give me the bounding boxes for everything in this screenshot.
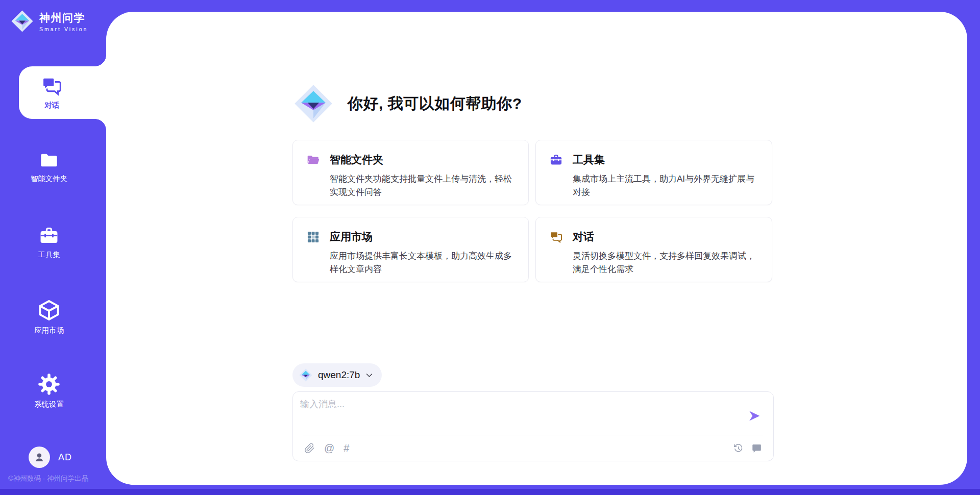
feature-card-app-market[interactable]: 应用市场 应用市场提供丰富长文本模板，助力高效生成多样化文章内容: [292, 217, 529, 282]
card-description: 集成市场上主流工具，助力AI与外界无缝扩展与对接: [573, 172, 758, 199]
greeting-row: 你好, 我可以如何帮助你?: [292, 83, 522, 125]
user-profile[interactable]: AD: [29, 447, 72, 468]
sidebar-item-label: 工具集: [38, 250, 60, 260]
folder-open-icon: [306, 153, 320, 167]
sidebar-item-chat[interactable]: 对话: [19, 66, 106, 119]
card-title: 对话: [573, 230, 594, 244]
card-title: 智能文件夹: [330, 153, 383, 167]
model-selector[interactable]: qwen2:7b: [292, 363, 382, 387]
chat-icon: [549, 230, 563, 244]
card-description: 应用市场提供丰富长文本模板，助力高效生成多样化文章内容: [330, 250, 515, 276]
card-description: 灵活切换多模型文件，支持多样回复效果调试，满足个性化需求: [573, 250, 758, 276]
app-subtitle: Smart Vision: [39, 26, 88, 32]
folder-icon: [39, 150, 59, 170]
chat-square-icon[interactable]: [751, 443, 762, 454]
diamond-logo-icon: [10, 9, 34, 33]
composer-tools-right: [733, 443, 762, 454]
composer-divider: [303, 435, 763, 435]
sidebar-item-smart-folder[interactable]: 智能文件夹: [0, 150, 106, 184]
card-description: 智能文件夹功能支持批量文件上传与清洗，轻松实现文件问答: [330, 172, 515, 199]
card-title: 应用市场: [330, 230, 373, 244]
sidebar-item-app-market[interactable]: 应用市场: [0, 299, 106, 335]
card-title: 工具集: [573, 153, 605, 167]
feature-card-chat[interactable]: 对话 灵活切换多模型文件，支持多样回复效果调试，满足个性化需求: [535, 217, 772, 282]
sidebar-item-label: 系统设置: [34, 400, 64, 409]
feature-card-smart-folder[interactable]: 智能文件夹 智能文件夹功能支持批量文件上传与清洗，轻松实现文件问答: [292, 140, 529, 205]
chevron-down-icon: [365, 371, 374, 380]
bottom-edge-strip: [0, 489, 980, 495]
toolbox-icon: [38, 225, 60, 246]
diamond-logo-icon: [299, 368, 313, 382]
feature-card-toolset[interactable]: 工具集 集成市场上主流工具，助力AI与外界无缝扩展与对接: [535, 140, 772, 205]
grid-icon: [306, 230, 320, 244]
copyright-footer: ©神州数码 · 神州问学出品: [8, 474, 88, 483]
app-title: 神州问学: [39, 11, 88, 25]
sidebar-item-label: 对话: [44, 101, 59, 110]
sidebar-item-toolset[interactable]: 工具集: [0, 225, 106, 260]
feature-cards-grid: 智能文件夹 智能文件夹功能支持批量文件上传与清洗，轻松实现文件问答 工具集 集成…: [292, 140, 772, 282]
sidebar-item-label: 智能文件夹: [31, 174, 68, 184]
send-icon: [748, 409, 761, 423]
main-content-panel: 你好, 我可以如何帮助你? 智能文件夹 智能文件夹功能支持批量文件上传与清洗，轻…: [106, 12, 967, 485]
cube-icon: [37, 299, 61, 322]
sidebar: 神州问学 Smart Vision 对话 智能文件夹 工具集 应用市场 系统设置…: [0, 0, 106, 495]
sidebar-item-label: 应用市场: [34, 326, 64, 335]
model-name: qwen2:7b: [318, 369, 360, 381]
greeting-heading: 你好, 我可以如何帮助你?: [348, 93, 522, 114]
message-composer: @ #: [292, 391, 774, 461]
send-button[interactable]: [748, 409, 761, 423]
sidebar-item-settings[interactable]: 系统设置: [0, 373, 106, 409]
at-icon[interactable]: @: [324, 443, 334, 454]
chat-icon: [41, 75, 63, 97]
app-logo: 神州问学 Smart Vision: [10, 9, 88, 33]
user-name: AD: [58, 452, 72, 463]
message-input[interactable]: [300, 398, 729, 429]
hash-icon[interactable]: #: [344, 443, 349, 454]
avatar: [29, 447, 50, 468]
gear-icon: [37, 373, 61, 396]
history-icon[interactable]: [733, 443, 744, 454]
content-column: 你好, 我可以如何帮助你? 智能文件夹 智能文件夹功能支持批量文件上传与清洗，轻…: [292, 12, 774, 485]
brand-diamond-icon: [292, 83, 334, 125]
user-icon: [33, 451, 45, 463]
composer-tools-left: @ #: [304, 443, 349, 454]
paperclip-icon[interactable]: [304, 443, 315, 454]
toolbox-icon: [549, 153, 563, 167]
